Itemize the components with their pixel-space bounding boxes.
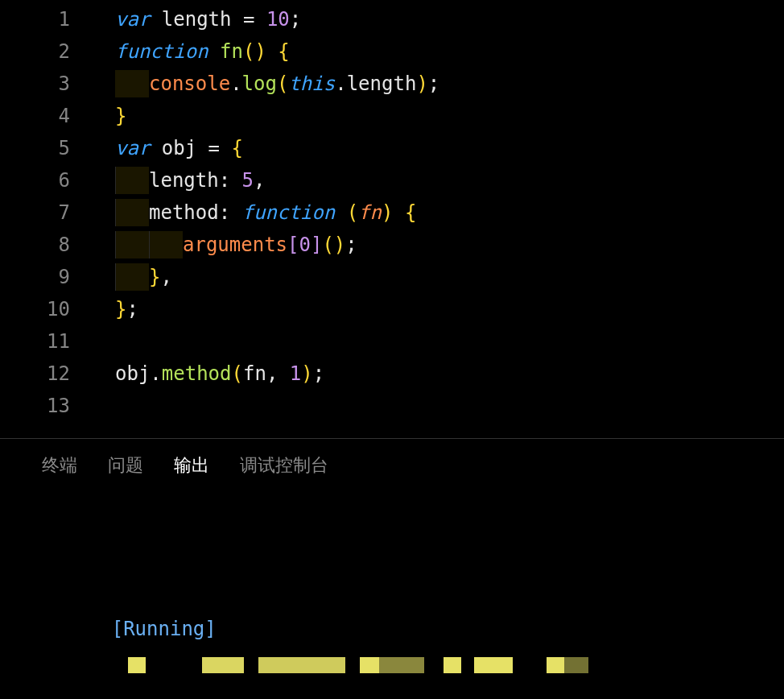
line-number: 10: [0, 298, 93, 321]
line-number: 11: [0, 330, 93, 353]
code-content[interactable]: length : 5 ,: [93, 167, 266, 194]
line-number: 9: [0, 266, 93, 288]
line-number: 7: [0, 201, 93, 224]
code-content[interactable]: }: [93, 105, 126, 127]
line-number: 8: [0, 234, 93, 256]
output-panel[interactable]: [Running] 2 [Done] exited: [0, 478, 784, 699]
code-line[interactable]: 4 }: [0, 100, 784, 132]
code-editor[interactable]: 1 var length = 10 ; 2 function fn () { 3…: [0, 0, 784, 422]
output-line-running: [Running]: [42, 576, 784, 699]
line-number: 3: [0, 72, 93, 95]
panel-tabs: 终端 问题 输出 调试控制台: [0, 453, 784, 478]
code-content[interactable]: method : function ( fn ) {: [93, 199, 416, 226]
code-content[interactable]: } ;: [93, 298, 138, 321]
code-line[interactable]: 9 } ,: [0, 261, 784, 293]
line-number: 12: [0, 362, 93, 385]
line-number: 1: [0, 8, 93, 31]
running-label: [Running]: [112, 618, 217, 640]
line-number: 5: [0, 137, 93, 159]
tab-debug-console[interactable]: 调试控制台: [240, 453, 328, 478]
code-line[interactable]: 2 function fn () {: [0, 35, 784, 68]
code-line[interactable]: 7 method : function ( fn ) {: [0, 196, 784, 229]
code-content[interactable]: arguments [ 0 ] () ;: [93, 231, 357, 259]
code-line[interactable]: 10 } ;: [0, 293, 784, 325]
code-content[interactable]: console . log ( this . length ) ;: [93, 70, 439, 97]
code-content[interactable]: function fn () {: [93, 40, 290, 63]
code-line[interactable]: 13: [0, 390, 784, 422]
tab-terminal[interactable]: 终端: [42, 453, 77, 478]
code-content[interactable]: } ,: [93, 263, 172, 291]
code-content[interactable]: obj . method ( fn , 1 ) ;: [93, 362, 324, 385]
line-number: 2: [0, 40, 93, 63]
code-line[interactable]: 6 length : 5 ,: [0, 164, 784, 196]
code-line[interactable]: 1 var length = 10 ;: [0, 3, 784, 35]
line-number: 13: [0, 395, 93, 417]
tab-problems[interactable]: 问题: [108, 453, 143, 478]
code-content[interactable]: var length = 10 ;: [93, 8, 301, 31]
line-number: 6: [0, 169, 93, 192]
line-number: 4: [0, 105, 93, 127]
code-content[interactable]: var obj = {: [93, 137, 243, 159]
code-line[interactable]: 11: [0, 325, 784, 358]
tab-output[interactable]: 输出: [174, 453, 209, 478]
code-line[interactable]: 5 var obj = {: [0, 132, 784, 164]
code-line[interactable]: 8 arguments [ 0 ] () ;: [0, 229, 784, 261]
bottom-panel: 终端 问题 输出 调试控制台 [Running]: [0, 438, 784, 699]
code-line[interactable]: 12 obj . method ( fn , 1 ) ;: [0, 358, 784, 390]
redacted-command: [128, 657, 588, 673]
code-line[interactable]: 3 console . log ( this . length ) ;: [0, 68, 784, 100]
